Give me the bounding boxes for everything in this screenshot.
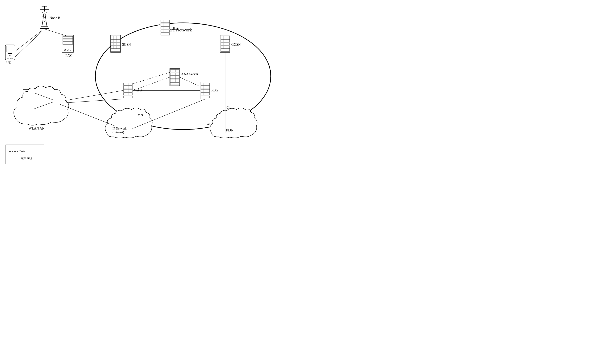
svg-rect-93 xyxy=(5,45,15,60)
wlan-cloud xyxy=(14,86,69,125)
sgsn-label: SGSN xyxy=(122,43,131,47)
wlan-an-label: WLAN AN xyxy=(28,126,45,130)
wi-label: Wi xyxy=(206,122,210,125)
nodeb-label: Node B xyxy=(50,16,60,20)
aaa-pdg-dashed xyxy=(180,77,200,87)
pdg-server xyxy=(200,82,210,99)
svg-rect-29 xyxy=(220,35,230,52)
aaa-server xyxy=(170,69,180,86)
ip-internet-label: (Internet) xyxy=(113,131,124,134)
pdn-label: PDN xyxy=(226,128,234,132)
ue-nodeb-line2 xyxy=(15,31,42,57)
legend-box xyxy=(6,145,44,164)
plmn-label: PLMN xyxy=(134,113,143,117)
svg-rect-43 xyxy=(170,69,180,86)
ggsn-server xyxy=(220,35,230,52)
svg-line-104 xyxy=(44,9,47,27)
wag-aaa-top-dashed xyxy=(133,72,170,84)
rnc-server xyxy=(62,35,74,52)
ar-wag-line2 xyxy=(65,99,122,103)
nodeb-tower xyxy=(40,6,49,28)
hlr-server xyxy=(160,19,170,36)
svg-rect-85 xyxy=(62,35,73,52)
aaa-label: AAA Server xyxy=(181,72,198,76)
sgsn-server xyxy=(111,35,120,52)
gi-label: Gi xyxy=(227,106,230,109)
nodeb-rnc-line xyxy=(44,29,68,36)
svg-line-103 xyxy=(42,9,44,27)
wag-server xyxy=(123,82,133,99)
pdg-label: PDG xyxy=(211,88,218,92)
hlr-label: HLR xyxy=(172,27,178,30)
ue-nodeb-line xyxy=(15,30,42,51)
ggsn-label: GGSN xyxy=(231,43,241,47)
ue-device xyxy=(5,45,15,60)
rnc-label: RNC xyxy=(65,54,72,57)
aaa-wag-dashed xyxy=(133,77,170,90)
pdn-cloud xyxy=(210,108,257,138)
legend-signalling-label: Signalling xyxy=(20,156,32,160)
wag-label: WAG xyxy=(134,88,142,92)
svg-rect-95 xyxy=(8,53,12,54)
legend-data-label: Data xyxy=(20,150,25,153)
ip-network-cloud xyxy=(105,108,152,138)
ip-network-label: IP Network xyxy=(113,127,127,130)
svg-rect-71 xyxy=(200,82,210,99)
ar-wag-line xyxy=(65,90,123,101)
svg-rect-1 xyxy=(111,35,120,52)
ue-label: UE xyxy=(6,61,11,65)
svg-rect-15 xyxy=(160,19,170,36)
svg-rect-57 xyxy=(123,82,133,99)
